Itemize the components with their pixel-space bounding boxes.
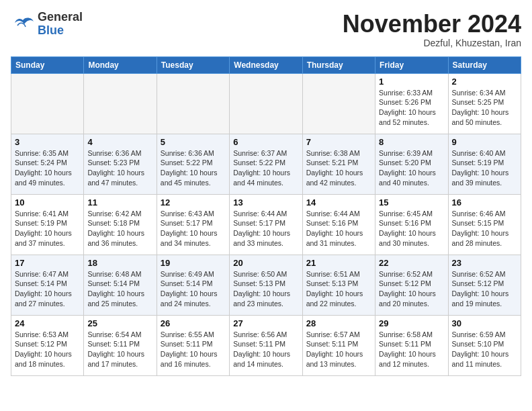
day-info: Sunrise: 6:39 AM Sunset: 5:20 PM Dayligh… xyxy=(379,148,444,188)
calendar-day-cell: 12Sunrise: 6:43 AM Sunset: 5:17 PM Dayli… xyxy=(157,194,229,255)
day-info: Sunrise: 6:33 AM Sunset: 5:26 PM Dayligh… xyxy=(379,88,444,128)
calendar-day-cell xyxy=(157,73,229,134)
day-info: Sunrise: 6:36 AM Sunset: 5:22 PM Dayligh… xyxy=(161,148,226,188)
weekday-header: Monday xyxy=(84,56,157,73)
calendar-day-cell: 28Sunrise: 6:57 AM Sunset: 5:11 PM Dayli… xyxy=(302,315,375,375)
calendar-day-cell xyxy=(11,73,84,134)
day-number: 16 xyxy=(452,197,517,208)
calendar-day-cell: 23Sunrise: 6:52 AM Sunset: 5:12 PM Dayli… xyxy=(448,255,521,315)
day-number: 7 xyxy=(306,137,371,147)
day-info: Sunrise: 6:38 AM Sunset: 5:21 PM Dayligh… xyxy=(306,148,371,188)
calendar-week-row: 3Sunrise: 6:35 AM Sunset: 5:24 PM Daylig… xyxy=(11,134,521,194)
logo: General Blue xyxy=(11,11,83,38)
day-number: 4 xyxy=(87,137,152,147)
page-header: General Blue November 2024 Dezful, Khuze… xyxy=(11,11,521,48)
day-info: Sunrise: 6:44 AM Sunset: 5:17 PM Dayligh… xyxy=(233,209,298,248)
day-number: 22 xyxy=(379,258,444,268)
day-info: Sunrise: 6:59 AM Sunset: 5:10 PM Dayligh… xyxy=(452,330,517,369)
day-number: 1 xyxy=(379,77,444,87)
calendar-week-row: 1Sunrise: 6:33 AM Sunset: 5:26 PM Daylig… xyxy=(11,73,521,134)
calendar-day-cell: 24Sunrise: 6:53 AM Sunset: 5:12 PM Dayli… xyxy=(11,315,84,375)
logo-icon xyxy=(11,12,35,36)
day-number: 8 xyxy=(379,137,444,147)
weekday-header: Friday xyxy=(375,56,448,73)
day-number: 14 xyxy=(306,197,371,208)
day-number: 17 xyxy=(15,258,80,268)
calendar-table: SundayMondayTuesdayWednesdayThursdayFrid… xyxy=(11,56,521,376)
calendar-day-cell: 1Sunrise: 6:33 AM Sunset: 5:26 PM Daylig… xyxy=(375,73,448,134)
calendar-day-cell xyxy=(84,73,157,134)
day-number: 26 xyxy=(161,318,226,328)
day-info: Sunrise: 6:35 AM Sunset: 5:24 PM Dayligh… xyxy=(15,148,80,188)
day-info: Sunrise: 6:36 AM Sunset: 5:23 PM Dayligh… xyxy=(87,148,152,188)
day-info: Sunrise: 6:41 AM Sunset: 5:19 PM Dayligh… xyxy=(15,209,80,248)
day-number: 12 xyxy=(161,197,226,208)
day-number: 6 xyxy=(233,137,298,147)
calendar-day-cell: 9Sunrise: 6:40 AM Sunset: 5:19 PM Daylig… xyxy=(448,134,521,194)
calendar-day-cell: 18Sunrise: 6:48 AM Sunset: 5:14 PM Dayli… xyxy=(84,255,157,315)
day-number: 27 xyxy=(233,318,298,328)
day-number: 28 xyxy=(306,318,371,328)
calendar-day-cell: 14Sunrise: 6:44 AM Sunset: 5:16 PM Dayli… xyxy=(302,194,375,255)
day-info: Sunrise: 6:58 AM Sunset: 5:11 PM Dayligh… xyxy=(379,330,444,369)
calendar-day-cell: 27Sunrise: 6:56 AM Sunset: 5:11 PM Dayli… xyxy=(230,315,302,375)
day-info: Sunrise: 6:53 AM Sunset: 5:12 PM Dayligh… xyxy=(15,330,80,369)
day-info: Sunrise: 6:52 AM Sunset: 5:12 PM Dayligh… xyxy=(379,269,444,309)
calendar-day-cell: 4Sunrise: 6:36 AM Sunset: 5:23 PM Daylig… xyxy=(84,134,157,194)
calendar-day-cell: 5Sunrise: 6:36 AM Sunset: 5:22 PM Daylig… xyxy=(157,134,229,194)
day-number: 10 xyxy=(15,197,80,208)
day-number: 21 xyxy=(306,258,371,268)
day-info: Sunrise: 6:56 AM Sunset: 5:11 PM Dayligh… xyxy=(233,330,298,369)
day-number: 11 xyxy=(87,197,152,208)
day-info: Sunrise: 6:50 AM Sunset: 5:13 PM Dayligh… xyxy=(233,269,298,309)
day-info: Sunrise: 6:44 AM Sunset: 5:16 PM Dayligh… xyxy=(306,209,371,248)
day-number: 30 xyxy=(452,318,517,328)
day-info: Sunrise: 6:52 AM Sunset: 5:12 PM Dayligh… xyxy=(452,269,517,309)
calendar-day-cell: 3Sunrise: 6:35 AM Sunset: 5:24 PM Daylig… xyxy=(11,134,84,194)
calendar-week-row: 17Sunrise: 6:47 AM Sunset: 5:14 PM Dayli… xyxy=(11,255,521,315)
day-number: 25 xyxy=(87,318,152,328)
calendar-day-cell xyxy=(302,73,375,134)
calendar-day-cell: 15Sunrise: 6:45 AM Sunset: 5:16 PM Dayli… xyxy=(375,194,448,255)
day-info: Sunrise: 6:54 AM Sunset: 5:11 PM Dayligh… xyxy=(87,330,152,369)
logo-general-text: General xyxy=(38,10,83,24)
svg-rect-0 xyxy=(11,12,35,36)
day-number: 29 xyxy=(379,318,444,328)
day-info: Sunrise: 6:57 AM Sunset: 5:11 PM Dayligh… xyxy=(306,330,371,369)
calendar-day-cell: 20Sunrise: 6:50 AM Sunset: 5:13 PM Dayli… xyxy=(230,255,302,315)
calendar-day-cell: 16Sunrise: 6:46 AM Sunset: 5:15 PM Dayli… xyxy=(448,194,521,255)
calendar-day-cell: 10Sunrise: 6:41 AM Sunset: 5:19 PM Dayli… xyxy=(11,194,84,255)
day-number: 5 xyxy=(161,137,226,147)
day-number: 19 xyxy=(161,258,226,268)
calendar-day-cell xyxy=(230,73,302,134)
month-title: November 2024 xyxy=(343,11,521,38)
calendar-day-cell: 19Sunrise: 6:49 AM Sunset: 5:14 PM Dayli… xyxy=(157,255,229,315)
weekday-header: Tuesday xyxy=(157,56,229,73)
calendar-day-cell: 22Sunrise: 6:52 AM Sunset: 5:12 PM Dayli… xyxy=(375,255,448,315)
day-info: Sunrise: 6:34 AM Sunset: 5:25 PM Dayligh… xyxy=(452,88,517,128)
location-subtitle: Dezful, Khuzestan, Iran xyxy=(343,38,521,48)
title-block: November 2024 Dezful, Khuzestan, Iran xyxy=(343,11,521,48)
day-info: Sunrise: 6:49 AM Sunset: 5:14 PM Dayligh… xyxy=(161,269,226,309)
day-info: Sunrise: 6:51 AM Sunset: 5:13 PM Dayligh… xyxy=(306,269,371,309)
calendar-day-cell: 13Sunrise: 6:44 AM Sunset: 5:17 PM Dayli… xyxy=(230,194,302,255)
day-number: 13 xyxy=(233,197,298,208)
day-info: Sunrise: 6:43 AM Sunset: 5:17 PM Dayligh… xyxy=(161,209,226,248)
calendar-header-row: SundayMondayTuesdayWednesdayThursdayFrid… xyxy=(11,56,521,73)
day-number: 23 xyxy=(452,258,517,268)
day-number: 24 xyxy=(15,318,80,328)
day-number: 9 xyxy=(452,137,517,147)
calendar-day-cell: 2Sunrise: 6:34 AM Sunset: 5:25 PM Daylig… xyxy=(448,73,521,134)
day-info: Sunrise: 6:55 AM Sunset: 5:11 PM Dayligh… xyxy=(161,330,226,369)
day-number: 20 xyxy=(233,258,298,268)
day-number: 2 xyxy=(452,77,517,87)
calendar-week-row: 24Sunrise: 6:53 AM Sunset: 5:12 PM Dayli… xyxy=(11,315,521,375)
calendar-day-cell: 30Sunrise: 6:59 AM Sunset: 5:10 PM Dayli… xyxy=(448,315,521,375)
day-number: 18 xyxy=(87,258,152,268)
calendar-day-cell: 11Sunrise: 6:42 AM Sunset: 5:18 PM Dayli… xyxy=(84,194,157,255)
weekday-header: Wednesday xyxy=(230,56,302,73)
calendar-day-cell: 25Sunrise: 6:54 AM Sunset: 5:11 PM Dayli… xyxy=(84,315,157,375)
day-info: Sunrise: 6:45 AM Sunset: 5:16 PM Dayligh… xyxy=(379,209,444,248)
calendar-day-cell: 6Sunrise: 6:37 AM Sunset: 5:22 PM Daylig… xyxy=(230,134,302,194)
weekday-header: Sunday xyxy=(11,56,84,73)
